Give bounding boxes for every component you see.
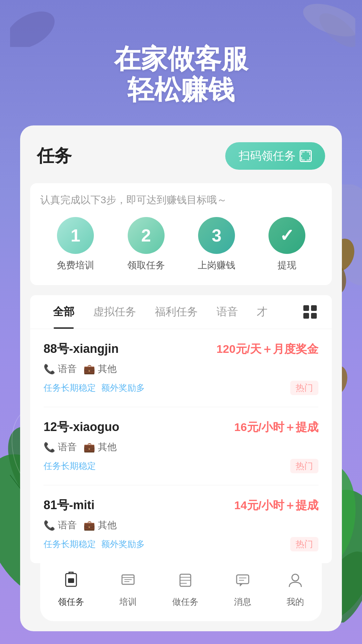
main-card: 任务 扫码领任务 认真完成以下3步，即可达到赚钱目标哦～ 1 免费培训 2 领取… bbox=[20, 125, 342, 631]
task-1-top-row: 88号-xiangjin 120元/天＋月度奖金 bbox=[44, 341, 318, 357]
task-2-labels-row: 任务长期稳定 热门 bbox=[44, 459, 318, 473]
scan-btn-label: 扫码领任务 bbox=[239, 148, 296, 164]
nav-item-tasks[interactable]: 领任务 bbox=[58, 572, 84, 608]
task-3-price: 14元/小时＋提成 bbox=[234, 498, 318, 513]
step-circle-4: ✓ bbox=[268, 217, 305, 254]
task-3-top-row: 81号-miti 14元/小时＋提成 bbox=[44, 497, 318, 514]
step-item-4: ✓ 提现 bbox=[268, 217, 305, 272]
task-1-label-2: 额外奖励多 bbox=[101, 382, 145, 394]
nav-icon-tasks bbox=[62, 572, 80, 593]
card-header: 任务 扫码领任务 bbox=[20, 142, 342, 183]
header-title-line2: 轻松赚钱 bbox=[20, 74, 342, 105]
task-item-1[interactable]: 88号-xiangjin 120元/天＋月度奖金 📞 语音 💼 其他 任务长期稳… bbox=[44, 329, 318, 407]
step-label-1: 免费培训 bbox=[57, 259, 94, 272]
task-list: 88号-xiangjin 120元/天＋月度奖金 📞 语音 💼 其他 任务长期稳… bbox=[30, 329, 332, 563]
nav-label-message: 消息 bbox=[234, 596, 251, 608]
task-1-price: 120元/天＋月度奖金 bbox=[217, 341, 318, 357]
tab-all[interactable]: 全部 bbox=[44, 295, 84, 329]
task-item-2[interactable]: 12号-xiaoguo 16元/小时＋提成 📞 语音 💼 其他 任务长期稳定 热… bbox=[44, 407, 318, 485]
nav-icon-mine bbox=[287, 572, 304, 593]
card-title: 任务 bbox=[37, 144, 72, 168]
task-3-labels-left: 任务长期稳定 额外奖励多 bbox=[44, 538, 145, 550]
briefcase-icon-3: 💼 bbox=[83, 520, 95, 531]
task-3-label-1: 任务长期稳定 bbox=[44, 538, 96, 550]
header-title-line1: 在家做客服 bbox=[20, 44, 342, 74]
task-1-tag-other: 💼 其他 bbox=[83, 363, 117, 375]
task-3-tags-row: 📞 语音 💼 其他 bbox=[44, 519, 318, 532]
tabs-section: 全部 虚拟任务 福利任务 语音 才 bbox=[30, 295, 332, 329]
nav-item-mine[interactable]: 我的 bbox=[287, 572, 304, 608]
steps-hint: 认真完成以下3步，即可达到赚钱目标哦～ bbox=[40, 193, 322, 207]
steps-section: 认真完成以下3步，即可达到赚钱目标哦～ 1 免费培训 2 领取任务 3 上岗赚钱… bbox=[30, 183, 332, 285]
tab-more[interactable]: 才 bbox=[247, 295, 277, 329]
briefcase-icon: 💼 bbox=[83, 364, 95, 375]
task-item-3[interactable]: 81号-miti 14元/小时＋提成 📞 语音 💼 其他 任务长期稳定 额外奖励… bbox=[44, 485, 318, 563]
task-3-label-2: 额外奖励多 bbox=[101, 538, 145, 550]
task-2-tag-other: 💼 其他 bbox=[83, 441, 117, 453]
nav-icon-message bbox=[234, 572, 251, 593]
task-3-tag-other: 💼 其他 bbox=[83, 519, 117, 532]
step-item-3: 3 上岗赚钱 bbox=[198, 217, 235, 272]
step-item-2: 2 领取任务 bbox=[127, 217, 165, 272]
task-1-tag-voice: 📞 语音 bbox=[44, 363, 77, 375]
nav-label-do-task: 做任务 bbox=[172, 596, 198, 608]
step-label-3: 上岗赚钱 bbox=[198, 259, 235, 272]
task-2-name: 12号-xiaoguo bbox=[44, 419, 119, 435]
scan-icon bbox=[300, 150, 312, 162]
tab-grid-icon[interactable] bbox=[302, 304, 318, 320]
task-1-label-1: 任务长期稳定 bbox=[44, 382, 96, 394]
svg-rect-35 bbox=[237, 575, 249, 584]
phone-icon: 📞 bbox=[44, 364, 55, 375]
scan-btn[interactable]: 扫码领任务 bbox=[225, 142, 325, 170]
header-title: 在家做客服 轻松赚钱 bbox=[20, 44, 342, 105]
step-circle-2: 2 bbox=[128, 217, 165, 254]
steps-row: 1 免费培训 2 领取任务 3 上岗赚钱 ✓ 提现 bbox=[40, 217, 322, 272]
task-2-hot: 热门 bbox=[290, 459, 318, 473]
nav-item-do-task[interactable]: 做任务 bbox=[172, 572, 198, 608]
task-3-tag-voice: 📞 语音 bbox=[44, 519, 77, 532]
task-1-labels-left: 任务长期稳定 额外奖励多 bbox=[44, 382, 145, 394]
task-2-price: 16元/小时＋提成 bbox=[234, 420, 318, 435]
bottom-nav: 领任务 培训 做任务 bbox=[40, 563, 322, 621]
svg-rect-24 bbox=[311, 313, 317, 319]
task-2-labels-left: 任务长期稳定 bbox=[44, 460, 96, 472]
svg-rect-22 bbox=[311, 305, 317, 311]
task-2-top-row: 12号-xiaoguo 16元/小时＋提成 bbox=[44, 419, 318, 435]
task-2-label-1: 任务长期稳定 bbox=[44, 460, 96, 472]
task-2-tag-voice: 📞 语音 bbox=[44, 441, 77, 453]
task-2-tags-row: 📞 语音 💼 其他 bbox=[44, 441, 318, 453]
step-label-4: 提现 bbox=[278, 259, 296, 272]
briefcase-icon-2: 💼 bbox=[83, 442, 95, 453]
svg-rect-21 bbox=[303, 305, 309, 311]
task-3-labels-row: 任务长期稳定 额外奖励多 热门 bbox=[44, 537, 318, 551]
task-3-hot: 热门 bbox=[290, 537, 318, 551]
step-circle-3: 3 bbox=[198, 217, 235, 254]
step-label-2: 领取任务 bbox=[127, 259, 165, 272]
svg-rect-26 bbox=[68, 578, 74, 583]
header: 在家做客服 轻松赚钱 bbox=[0, 0, 362, 125]
phone-icon-3: 📞 bbox=[44, 520, 55, 531]
nav-label-training: 培训 bbox=[119, 596, 137, 608]
task-1-labels-row: 任务长期稳定 额外奖励多 热门 bbox=[44, 381, 318, 395]
svg-point-38 bbox=[292, 574, 299, 581]
step-item-1: 1 免费培训 bbox=[57, 217, 94, 272]
nav-icon-training bbox=[119, 572, 137, 593]
step-circle-1: 1 bbox=[57, 217, 94, 254]
nav-item-training[interactable]: 培训 bbox=[119, 572, 137, 608]
task-1-name: 88号-xiangjin bbox=[44, 341, 119, 357]
task-1-tags-row: 📞 语音 💼 其他 bbox=[44, 363, 318, 375]
svg-rect-23 bbox=[303, 313, 309, 319]
task-3-name: 81号-miti bbox=[44, 497, 95, 514]
nav-icon-do-task bbox=[177, 572, 194, 593]
nav-label-tasks: 领任务 bbox=[58, 596, 84, 608]
tab-virtual[interactable]: 虚拟任务 bbox=[84, 295, 145, 329]
nav-item-message[interactable]: 消息 bbox=[234, 572, 251, 608]
phone-icon-2: 📞 bbox=[44, 442, 55, 453]
nav-label-mine: 我的 bbox=[287, 596, 304, 608]
tab-voice[interactable]: 语音 bbox=[207, 295, 247, 329]
task-1-hot: 热门 bbox=[290, 381, 318, 395]
tab-welfare[interactable]: 福利任务 bbox=[145, 295, 207, 329]
